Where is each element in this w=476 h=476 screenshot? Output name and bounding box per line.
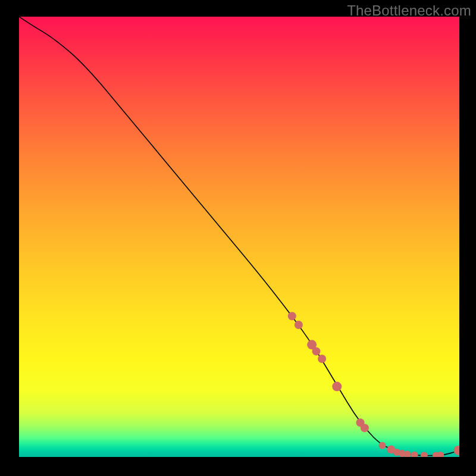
bottleneck-curve: [19, 17, 459, 456]
data-dots-group: [288, 312, 459, 457]
data-dot: [295, 321, 303, 329]
chart-frame: TheBottleneck.com: [0, 0, 476, 476]
data-dot: [454, 446, 460, 455]
data-dot: [421, 452, 428, 457]
data-dot: [379, 442, 386, 449]
data-dot: [312, 347, 321, 355]
data-dot: [332, 382, 342, 392]
data-dot: [411, 452, 418, 457]
data-dot: [318, 355, 326, 363]
plot-area: [19, 17, 459, 457]
watermark-text: TheBottleneck.com: [347, 2, 471, 19]
chart-svg: [19, 17, 459, 457]
data-dot: [288, 312, 296, 320]
data-dot: [361, 424, 369, 432]
